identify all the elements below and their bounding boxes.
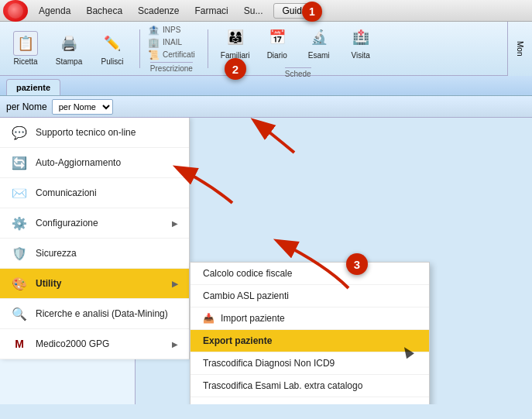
menu-su[interactable]: Su... — [236, 0, 271, 21]
supporto-icon: 💬 — [11, 124, 28, 141]
app-logo[interactable] — [3, 0, 28, 22]
diario-icon: 📅 — [269, 29, 286, 46]
ricerche-icon: 🔍 — [11, 305, 28, 322]
toolbar-ricetta[interactable]: 📋 Ricetta — [6, 26, 45, 72]
utility-arrow: ▶ — [172, 280, 178, 288]
tab-bar: paziente — [0, 76, 532, 96]
submenu-cambio[interactable]: Cambio ASL pazienti — [190, 285, 429, 307]
menu-ricerche[interactable]: 🔍 Ricerche e analisi (Data-Mining) — [0, 299, 189, 329]
submenu-import-label: Import paziente — [221, 313, 285, 324]
submenu-export[interactable]: Export paziente — [190, 330, 429, 352]
sicurezza-icon: 🛡️ — [11, 245, 28, 262]
search-type-dropdown[interactable]: per Nome — [52, 99, 113, 115]
divider-2 — [208, 29, 208, 68]
menu-utility[interactable]: 🎨 Utility ▶ — [0, 269, 189, 299]
menu-farmaci[interactable]: Farmaci — [187, 0, 235, 21]
certificati-label: Certificati — [163, 50, 195, 59]
comunicazioni-icon: ✉️ — [11, 184, 28, 201]
esami-icon: 🔬 — [311, 29, 328, 46]
auto-icon: 🔄 — [11, 154, 28, 171]
certificati-item[interactable]: 📜 Certificati — [148, 50, 195, 60]
divider-1 — [139, 29, 140, 68]
submenu: Calcolo codice fiscale Cambio ASL pazien… — [190, 262, 430, 404]
visita-icon: 🏥 — [352, 29, 369, 46]
menu-bar: Agenda Bacheca Scadenze Farmaci Su... Gu… — [0, 0, 532, 22]
submenu-import[interactable]: 📥 Import paziente — [190, 307, 429, 330]
menu-scadenze[interactable]: Scadenze — [130, 0, 187, 21]
medico2000-arrow: ▶ — [172, 340, 178, 349]
medico2000-icon: M — [11, 335, 28, 352]
inps-group: 🏦 INPS 🏢 INAIL 📜 Certificati — [148, 25, 195, 60]
menu-sicurezza-label: Sicurezza — [36, 248, 77, 259]
toolbar-stampa[interactable]: 🖨️ Stampa — [50, 26, 88, 72]
menu-agenda[interactable]: Agenda — [31, 0, 78, 21]
ricetta-label: Ricetta — [13, 57, 37, 66]
menu-configurazione[interactable]: ⚙️ Configurazione ▶ — [0, 208, 189, 239]
toolbar-diario[interactable]: 📅 Diario — [258, 19, 297, 66]
mon-label: Mon — [516, 41, 524, 56]
stampa-icon: 🖨️ — [60, 35, 77, 52]
utility-icon: 🎨 — [11, 275, 28, 292]
configurazione-arrow: ▶ — [172, 219, 178, 228]
menu-utility-label: Utility — [36, 278, 61, 289]
arrow-1 — [248, 118, 310, 156]
configurazione-icon: ⚙️ — [11, 215, 28, 232]
inail-icon: 🏢 — [148, 37, 160, 48]
import-icon: 📥 — [203, 313, 215, 324]
visita-label: Visita — [352, 51, 370, 60]
inps-label: INPS — [163, 26, 180, 34]
menu-medico2000[interactable]: M Medico2000 GPG ▶ — [0, 329, 189, 359]
search-bar: per Nome per Nome — [0, 96, 532, 118]
menu-medico2000-label: Medico2000 GPG — [36, 338, 109, 349]
esami-label: Esami — [308, 51, 330, 60]
menu-bacheca[interactable]: Bacheca — [78, 0, 130, 21]
submenu-trasc-esami[interactable]: Trascodifica Esami Lab. extra catalogo — [190, 375, 429, 397]
toolbar-esami[interactable]: 🔬 Esami — [300, 19, 338, 66]
step-badge-3: 3 — [346, 253, 368, 275]
toolbar-visita[interactable]: 🏥 Visita — [342, 19, 380, 66]
menu-ricerche-label: Ricerche e analisi (Data-Mining) — [36, 308, 168, 319]
submenu-calcolo[interactable]: Calcolo codice fiscale — [190, 263, 429, 285]
search-label: per Nome — [6, 101, 47, 112]
schede-section: Schede — [285, 67, 311, 78]
menu-auto-label: Auto-Aggiornamento — [36, 157, 121, 168]
left-menu: 💬 Supporto tecnico on-line 🔄 Auto-Aggior… — [0, 118, 190, 359]
step-badge-1: 1 — [302, 2, 322, 22]
diario-label: Diario — [267, 51, 287, 60]
stampa-label: Stampa — [56, 57, 82, 66]
inail-label: INAIL — [163, 38, 182, 46]
pulisci-label: Pulisci — [101, 57, 124, 66]
menu-configurazione-label: Configurazione — [36, 218, 98, 228]
inps-item[interactable]: 🏦 INPS — [148, 25, 195, 36]
menu-auto-aggiornamento[interactable]: 🔄 Auto-Aggiornamento — [0, 148, 189, 178]
step-badge-2: 2 — [225, 58, 246, 80]
menu-sicurezza[interactable]: 🛡️ Sicurezza — [0, 239, 189, 269]
pulisci-icon: ✏️ — [104, 35, 121, 52]
menu-supporto-label: Supporto tecnico on-line — [36, 127, 136, 138]
tab-paziente[interactable]: paziente — [6, 79, 60, 95]
familiari-icon: 👨‍👩‍👧 — [227, 29, 244, 46]
ricetta-icon: 📋 — [17, 35, 34, 52]
prescrizione-section: Prescrizione — [150, 62, 193, 73]
certificati-icon: 📜 — [148, 50, 160, 60]
menu-comunicazioni-label: Comunicazioni — [36, 187, 97, 198]
submenu-trasc-diag[interactable]: Trascodifica Diagnosi Non ICD9 — [190, 352, 429, 375]
toolbar-pulisci[interactable]: ✏️ Pulisci — [93, 26, 132, 72]
menu-comunicazioni[interactable]: ✉️ Comunicazioni — [0, 178, 189, 208]
toolbar-mon[interactable]: Mon — [507, 22, 532, 76]
submenu-trasc-visite[interactable]: Trascodifica Visite/Es.Strum. extra cata… — [190, 397, 429, 404]
inps-icon: 🏦 — [148, 25, 160, 36]
toolbar: 📋 Ricetta 🖨️ Stampa ✏️ Pulisci 🏦 INPS 🏢 … — [0, 22, 532, 76]
menu-supporto[interactable]: 💬 Supporto tecnico on-line — [0, 118, 189, 148]
inail-item[interactable]: 🏢 INAIL — [148, 37, 195, 48]
